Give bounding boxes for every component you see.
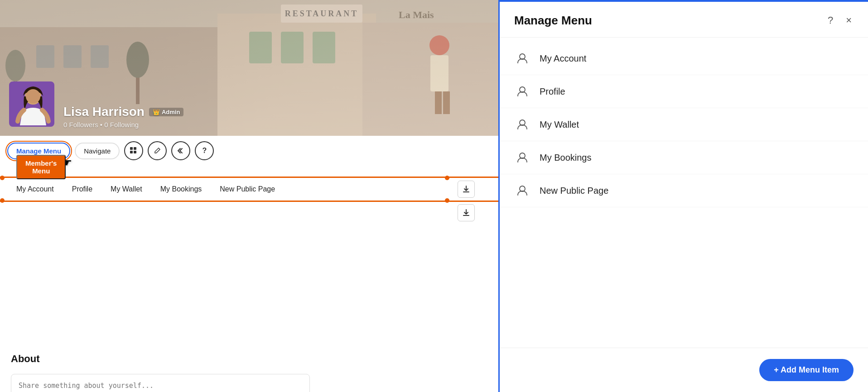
svg-point-23 — [26, 89, 40, 104]
about-textarea[interactable] — [11, 374, 310, 392]
download-icon-top — [462, 185, 470, 193]
profile-stats: 0 Followers • 0 Following — [63, 121, 183, 129]
person-icon-2 — [516, 118, 529, 131]
svg-rect-25 — [134, 147, 136, 150]
person-icon-0 — [516, 52, 529, 65]
svg-rect-7 — [249, 32, 272, 63]
svg-point-12 — [429, 35, 449, 55]
menu-item-my-account[interactable]: My Account — [500, 42, 868, 75]
menu-item-my-bookings-icon — [514, 149, 530, 166]
menu-item-my-wallet[interactable]: My Wallet — [500, 108, 868, 141]
grid-icon-button[interactable] — [124, 141, 143, 160]
menu-item-new-public-page-label: New Public Page — [540, 186, 608, 196]
profile-info-overlay: Lisa Harrison 👑 Admin 0 Followers • 0 Fo… — [63, 105, 183, 129]
about-section: About — [0, 339, 498, 392]
avatar[interactable] — [9, 81, 54, 127]
svg-rect-26 — [130, 151, 133, 153]
add-menu-item-button[interactable]: + Add Menu Item — [759, 359, 854, 381]
members-menu-button[interactable]: Member's Menu — [16, 155, 66, 179]
edit-icon-button[interactable] — [148, 141, 167, 160]
menu-items-list: My Account Profile My Wallet — [500, 38, 868, 348]
corner-dot-tr — [445, 176, 449, 180]
admin-badge: 👑 Admin — [149, 108, 183, 116]
svg-rect-27 — [134, 151, 136, 153]
manage-menu-panel: Manage Menu ? × My Account — [498, 0, 868, 392]
menu-item-my-account-icon — [514, 50, 530, 67]
menu-item-my-bookings[interactable]: My Bookings — [500, 141, 868, 174]
svg-text:RESTAURANT: RESTAURANT — [285, 9, 359, 18]
main-content: RESTAURANT La Mais Lisa Harrison 👑 Admin — [0, 0, 498, 392]
cover-area: RESTAURANT La Mais Lisa Harrison 👑 Admin — [0, 0, 498, 136]
nav-tabs-area: My Account Profile My Wallet My Bookings… — [0, 177, 498, 202]
panel-header-actions: ? × — [826, 13, 854, 28]
menu-item-profile-icon — [514, 83, 530, 100]
corner-dot-br — [445, 198, 449, 203]
download-btn-bottom[interactable] — [458, 204, 475, 221]
svg-rect-13 — [430, 55, 448, 91]
profile-role: Admin — [162, 109, 180, 115]
profile-name: Lisa Harrison 👑 Admin — [63, 105, 183, 119]
back-icon-button[interactable] — [171, 141, 190, 160]
help-icon-button[interactable]: ? — [195, 141, 214, 160]
tab-my-wallet[interactable]: My Wallet — [101, 182, 151, 196]
menu-item-profile[interactable]: Profile — [500, 75, 868, 108]
svg-rect-4 — [36, 45, 54, 68]
download-icon-bottom — [462, 209, 470, 217]
panel-title: Manage Menu — [514, 14, 592, 28]
panel-help-button[interactable]: ? — [826, 13, 835, 28]
person-icon-4 — [516, 184, 529, 197]
svg-rect-6 — [91, 45, 109, 68]
panel-close-button[interactable]: × — [844, 13, 854, 28]
menu-item-new-public-page[interactable]: New Public Page — [500, 174, 868, 207]
svg-rect-5 — [63, 45, 82, 68]
person-icon-3 — [516, 151, 529, 164]
menu-item-new-public-page-icon — [514, 182, 530, 199]
svg-rect-24 — [130, 147, 133, 150]
pencil-icon — [154, 147, 161, 154]
question-icon: ? — [203, 147, 207, 155]
corner-dot-tl — [0, 176, 5, 180]
panel-footer: + Add Menu Item — [500, 348, 868, 392]
panel-header: Manage Menu ? × — [500, 2, 868, 38]
svg-rect-9 — [313, 32, 335, 63]
svg-text:La Mais: La Mais — [399, 9, 434, 20]
menu-item-profile-label: Profile — [540, 86, 565, 97]
download-btn-top[interactable] — [458, 181, 475, 198]
about-title: About — [11, 353, 487, 365]
crown-icon: 👑 — [153, 109, 160, 115]
nav-tabs-inner: My Account Profile My Wallet My Bookings… — [0, 182, 498, 196]
grid-icon — [130, 147, 138, 155]
tab-my-account[interactable]: My Account — [7, 182, 63, 196]
svg-rect-14 — [435, 91, 442, 114]
navigate-button[interactable]: Navigate — [75, 143, 120, 159]
svg-point-17 — [5, 50, 25, 81]
menu-item-my-bookings-label: My Bookings — [540, 153, 592, 163]
svg-rect-8 — [281, 32, 304, 63]
panel-top-bar — [500, 0, 868, 2]
svg-point-19 — [126, 42, 149, 78]
svg-rect-15 — [443, 91, 450, 114]
double-chevron-icon — [177, 147, 185, 155]
menu-item-my-wallet-label: My Wallet — [540, 120, 579, 130]
profile-name-text: Lisa Harrison — [63, 105, 145, 119]
avatar-image — [10, 83, 54, 127]
menu-item-my-wallet-icon — [514, 116, 530, 133]
tab-my-bookings[interactable]: My Bookings — [151, 182, 211, 196]
person-icon-1 — [516, 85, 529, 98]
profile-picture[interactable] — [9, 81, 54, 127]
tab-profile[interactable]: Profile — [63, 182, 101, 196]
menu-item-my-account-label: My Account — [540, 53, 586, 64]
tab-new-public-page[interactable]: New Public Page — [211, 182, 284, 196]
corner-dot-bl — [0, 198, 5, 203]
